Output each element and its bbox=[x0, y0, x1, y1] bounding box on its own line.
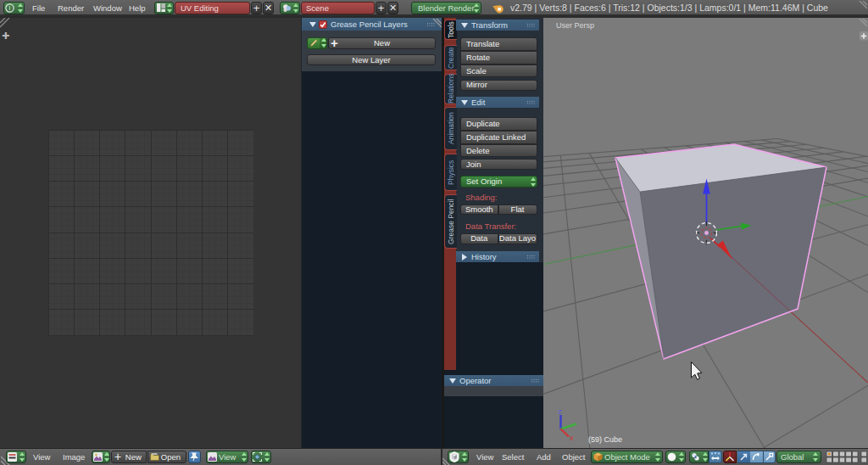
svg-text:z: z bbox=[559, 407, 563, 416]
svg-text:i: i bbox=[9, 4, 11, 12]
svg-text:x: x bbox=[570, 434, 574, 442]
